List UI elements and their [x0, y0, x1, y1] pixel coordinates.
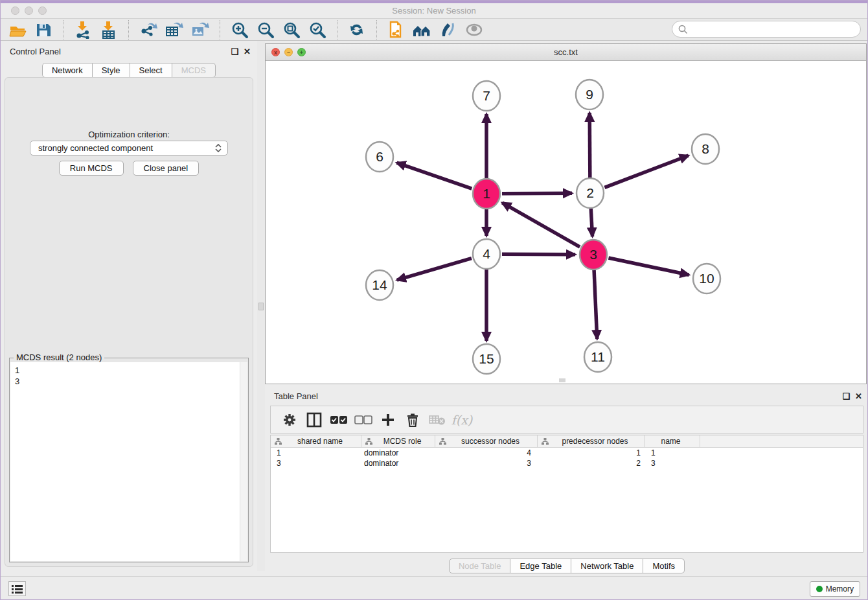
mcds-result-box[interactable]: 1 3 — [10, 362, 247, 561]
task-history-button[interactable] — [8, 581, 26, 596]
search-input[interactable] — [688, 23, 860, 36]
mcds-result-text: 1 3 — [10, 362, 240, 561]
table-row[interactable]: 1 dominator 4 1 1 — [271, 448, 863, 458]
deselect-all-columns-icon[interactable] — [351, 409, 376, 431]
node-table[interactable]: shared name MCDS role successor nodes pr… — [270, 435, 863, 553]
column-header-successor-nodes[interactable]: successor nodes — [435, 435, 538, 447]
cell-name[interactable]: 1 — [645, 448, 700, 457]
graph-edge-4-14[interactable] — [397, 259, 472, 280]
panel-splitter[interactable] — [257, 41, 265, 571]
memory-button[interactable]: Memory — [810, 581, 860, 597]
control-panel-tabs: Network Style Select MCDS — [1, 63, 257, 78]
table-toolbar: f(x) — [270, 406, 863, 433]
search-icon — [678, 25, 688, 34]
refresh-icon[interactable] — [344, 20, 370, 40]
table-row[interactable]: 3 dominator 3 2 3 — [271, 458, 863, 468]
duplicate-network-icon[interactable] — [383, 20, 409, 40]
show-hide-icon[interactable] — [461, 20, 487, 40]
graph-edge-3-11[interactable] — [594, 270, 597, 339]
export-network-icon[interactable] — [135, 20, 161, 40]
mcds-result-scrollbar[interactable] — [240, 362, 247, 561]
import-table-icon[interactable] — [96, 20, 122, 40]
memory-status-dot — [816, 586, 823, 592]
graph-edge-1-6[interactable] — [396, 163, 472, 189]
graph-edge-2-3[interactable] — [591, 209, 592, 237]
hierarchy-icon — [365, 438, 372, 445]
graph-edge-3-1[interactable] — [502, 203, 580, 247]
control-panel: Control Panel ❑ ✕ Network Style Select M… — [1, 41, 257, 571]
graph-node-label-1: 1 — [483, 186, 490, 201]
titlebar: Session: New Session — [1, 3, 867, 19]
add-column-icon[interactable] — [376, 409, 400, 431]
export-image-icon[interactable] — [187, 20, 213, 40]
tab-mcds[interactable]: MCDS — [172, 63, 216, 78]
list-icon — [12, 584, 23, 594]
graph-edge-4-3[interactable] — [502, 254, 575, 255]
graph-edge-2-9[interactable] — [589, 113, 590, 178]
run-mcds-button[interactable]: Run MCDS — [59, 161, 124, 176]
table-settings-icon[interactable] — [277, 409, 302, 431]
apply-style-icon[interactable] — [435, 20, 461, 40]
cell-predecessor-nodes[interactable]: 2 — [538, 459, 645, 468]
export-table-icon[interactable] — [161, 20, 187, 40]
optimization-criterion-select[interactable]: strongly connected component — [30, 141, 228, 156]
tab-edge-table[interactable]: Edge Table — [510, 559, 571, 573]
toolbar-separator — [63, 20, 63, 40]
save-session-icon[interactable] — [30, 20, 56, 40]
float-panel-icon[interactable]: ❑ — [842, 392, 850, 400]
control-panel-header: Control Panel ❑ ✕ — [1, 41, 257, 62]
cell-successor-nodes[interactable]: 4 — [435, 448, 538, 457]
column-header-predecessor-nodes[interactable]: predecessor nodes — [538, 435, 645, 447]
cell-predecessor-nodes[interactable]: 1 — [538, 448, 645, 457]
tab-node-table[interactable]: Node Table — [449, 559, 511, 573]
zoom-selected-icon[interactable] — [304, 20, 330, 40]
open-session-icon[interactable] — [5, 20, 30, 40]
chevron-up-down-icon — [212, 144, 225, 152]
float-panel-icon[interactable]: ❑ — [231, 47, 238, 56]
graph-node-label-7: 7 — [483, 88, 490, 103]
delete-column-icon[interactable] — [400, 409, 425, 431]
column-header-shared-name[interactable]: shared name — [271, 435, 361, 447]
mcds-result-title: MCDS result (2 nodes) — [14, 352, 104, 362]
table-panel-title: Table Panel — [274, 391, 318, 401]
cell-shared-name[interactable]: 3 — [271, 459, 361, 468]
tab-select[interactable]: Select — [130, 63, 172, 78]
cell-successor-nodes[interactable]: 3 — [435, 459, 538, 468]
tab-motifs[interactable]: Motifs — [643, 559, 685, 573]
close-panel-button[interactable]: Close panel — [133, 161, 200, 176]
main-toolbar — [1, 19, 867, 41]
delete-table-icon[interactable] — [425, 409, 450, 431]
cell-name[interactable]: 3 — [645, 459, 700, 468]
control-panel-title: Control Panel — [10, 47, 61, 56]
splitter-grip[interactable] — [258, 303, 264, 310]
zoom-fit-icon[interactable] — [279, 20, 304, 40]
close-panel-icon[interactable]: ✕ — [855, 392, 862, 400]
zoom-in-icon[interactable] — [227, 20, 253, 40]
tab-network[interactable]: Network — [42, 63, 93, 78]
network-hscroll-thumb[interactable] — [559, 378, 565, 382]
cell-shared-name[interactable]: 1 — [271, 448, 361, 457]
tab-style[interactable]: Style — [93, 63, 130, 78]
cell-mcds-role[interactable]: dominator — [361, 448, 435, 457]
cell-mcds-role[interactable]: dominator — [361, 459, 435, 468]
network-canvas[interactable]: 7968124314101511 — [266, 61, 866, 384]
toolbar-separator — [128, 20, 129, 40]
graph-edge-2-8[interactable] — [604, 156, 688, 187]
graph-edge-1-2[interactable] — [502, 193, 572, 194]
close-panel-icon[interactable]: ✕ — [244, 47, 251, 56]
network-graph[interactable]: 7968124314101511 — [266, 61, 866, 384]
split-columns-icon[interactable] — [302, 409, 326, 431]
toolbar-separator — [337, 20, 337, 40]
select-all-columns-icon[interactable] — [326, 409, 351, 431]
zoom-out-icon[interactable] — [253, 20, 279, 40]
tab-network-table[interactable]: Network Table — [571, 559, 643, 573]
graph-edge-3-10[interactable] — [608, 258, 689, 275]
column-header-name[interactable]: name — [645, 435, 700, 447]
hierarchy-icon — [542, 438, 549, 445]
graph-node-label-11: 11 — [591, 349, 605, 364]
first-neighbors-icon[interactable] — [409, 20, 435, 40]
column-header-mcds-role[interactable]: MCDS role — [361, 435, 435, 447]
search-box[interactable] — [672, 21, 861, 38]
import-network-icon[interactable] — [70, 20, 96, 40]
selected-option: strongly connected component — [30, 143, 212, 153]
